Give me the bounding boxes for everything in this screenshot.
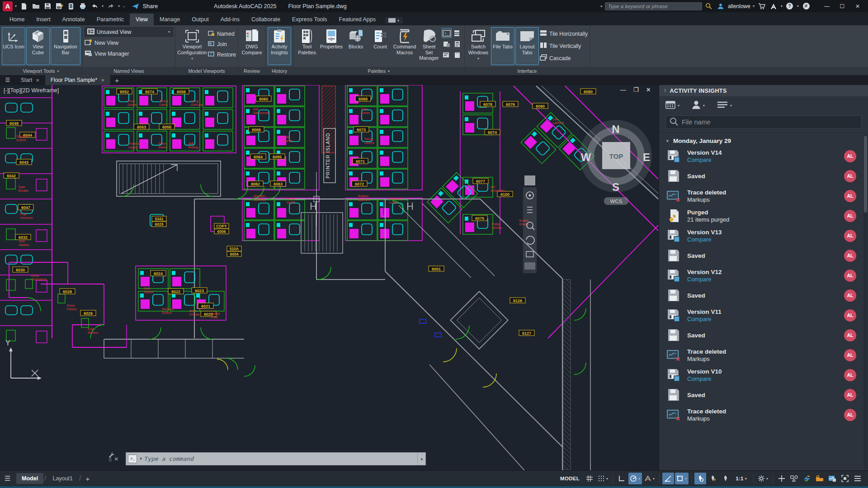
activity-item[interactable]: Trace deleted Markups AL	[659, 186, 868, 206]
minimize-button[interactable]: —	[819, 1, 835, 12]
undo-icon[interactable]	[90, 2, 99, 11]
help-icon[interactable]: ?	[785, 2, 795, 11]
assistant-icon[interactable]	[801, 2, 811, 11]
file-name-search-input[interactable]	[682, 118, 858, 126]
tab-annotate[interactable]: Annotate	[57, 14, 91, 25]
activity-item[interactable]: Version V13 Compare AL	[659, 226, 868, 246]
save-icon[interactable]	[42, 2, 52, 11]
tab-addins[interactable]: Add-ins	[215, 14, 245, 25]
activity-item[interactable]: Saved AL	[659, 385, 868, 405]
avatar[interactable]: AL	[844, 389, 856, 401]
group-label-viewport-tools[interactable]: Viewport Tools▾	[0, 67, 82, 75]
open-mobile-icon[interactable]	[66, 2, 76, 11]
redo-icon[interactable]	[106, 2, 116, 11]
avatar[interactable]: AL	[844, 369, 856, 381]
tab-view[interactable]: View	[130, 14, 154, 25]
dwg-compare-button[interactable]: DWG Compare	[240, 27, 264, 65]
layout-menu-icon[interactable]: ☰	[5, 474, 16, 483]
isodraft-icon[interactable]: ▾	[643, 473, 656, 484]
tile-vertically-button[interactable]: Tile Vertically	[540, 41, 588, 51]
undo-dropdown-icon[interactable]: ▾	[102, 4, 104, 8]
compare-link[interactable]: Compare	[687, 375, 722, 382]
command-dropdown-icon[interactable]: ▼	[139, 457, 142, 461]
file-tabs-button[interactable]: File Tabs	[491, 27, 514, 65]
view-cube-button[interactable]: View Cube	[26, 27, 50, 65]
annotation-single-icon[interactable]	[720, 473, 731, 484]
count-button[interactable]: Count	[368, 27, 392, 65]
drawing-close-icon[interactable]: ✕	[646, 86, 651, 93]
activity-item[interactable]: Version V14 Compare AL	[659, 146, 868, 166]
cascade-button[interactable]: Cascade	[540, 53, 588, 63]
panel-scrollbar-thumb[interactable]	[864, 136, 867, 213]
search-history-icon[interactable]: ▸	[601, 4, 603, 8]
isolate-objects-icon[interactable]	[788, 473, 800, 484]
qat-customize-icon[interactable]: ⌄	[123, 4, 126, 8]
otrack-icon[interactable]	[662, 473, 674, 484]
drawing-minimize-icon[interactable]: —	[620, 86, 626, 93]
tab-manage[interactable]: Manage	[154, 14, 186, 25]
new-file-icon[interactable]	[19, 2, 29, 11]
compare-link[interactable]: Compare	[687, 276, 722, 283]
file-tab-floor-plan[interactable]: Floor Plan Sample*✕	[45, 75, 110, 85]
file-tab-start[interactable]: Start✕	[15, 75, 45, 85]
avatar[interactable]: AL	[844, 150, 856, 162]
tab-parametric[interactable]: Parametric	[91, 14, 130, 25]
tool-palettes-button[interactable]: Tool Palettes	[295, 27, 319, 65]
group-label-palettes[interactable]: Palettes▾	[293, 67, 464, 75]
avatar[interactable]: AL	[844, 309, 856, 322]
viewport-configuration-button[interactable]: Viewport Configuration ▾	[177, 27, 207, 65]
model-tab[interactable]: Model	[16, 473, 43, 484]
compare-link[interactable]: Compare	[687, 156, 722, 163]
command-history-up-icon[interactable]: ▲	[418, 452, 426, 465]
model-space-button[interactable]: MODEL	[557, 473, 583, 484]
annotation-autoscale-icon[interactable]	[707, 473, 719, 484]
tab-featured-apps[interactable]: Featured Apps	[333, 14, 382, 25]
osnap-icon[interactable]: ▾	[675, 473, 689, 484]
maximize-button[interactable]: ☐	[835, 1, 850, 12]
tab-collaborate[interactable]: Collaborate	[245, 14, 286, 25]
avatar[interactable]: AL	[844, 190, 856, 202]
activity-item[interactable]: Saved AL	[659, 166, 868, 186]
clipboard-palette-icon[interactable]	[453, 50, 462, 60]
annotation-visibility-icon[interactable]	[694, 473, 706, 484]
ortho-icon[interactable]	[616, 473, 627, 484]
activity-item[interactable]: Saved AL	[659, 285, 868, 305]
grid-icon[interactable]	[584, 473, 595, 484]
tab-insert[interactable]: Insert	[30, 14, 56, 25]
named-viewports-button[interactable]: Named	[208, 29, 236, 38]
date-range-filter-button[interactable]: ▾	[665, 101, 680, 111]
close-tab-icon[interactable]: ✕	[101, 78, 104, 83]
customize-plus-icon[interactable]	[776, 473, 788, 484]
avatar[interactable]: AL	[844, 250, 856, 262]
calculator-palette-icon[interactable]	[453, 39, 462, 49]
sheet-set-manager-button[interactable]: Sheet Set Manager	[417, 27, 441, 65]
close-button[interactable]: ✕	[850, 1, 865, 12]
activity-item[interactable]: Trace deleted Markups AL	[659, 345, 868, 365]
reference-palette-icon[interactable]	[442, 39, 452, 49]
avatar[interactable]: AL	[844, 409, 856, 421]
open-folder-icon[interactable]	[31, 2, 41, 11]
user-dropdown-icon[interactable]: ▾	[753, 4, 755, 8]
clean-screen-icon[interactable]	[839, 473, 851, 484]
new-drawing-tab-button[interactable]: +	[110, 75, 124, 85]
activity-insights-button[interactable]: Activity Insights	[268, 27, 291, 65]
avatar[interactable]: AL	[844, 230, 856, 242]
viewport-controls-label[interactable]: [-][Top][2D Wireframe]	[4, 87, 59, 94]
date-group-header[interactable]: ▼ Monday, January 29	[659, 133, 868, 146]
navigation-bar-button[interactable]: Navigation Bar	[51, 27, 80, 65]
insights-icon[interactable]	[826, 473, 838, 484]
avatar[interactable]: AL	[844, 170, 856, 182]
tab-home[interactable]: Home	[4, 14, 30, 25]
new-view-button[interactable]: New View	[85, 38, 173, 47]
restore-viewports-button[interactable]: Restore	[208, 50, 236, 59]
user-filter-button[interactable]: ▾	[692, 100, 705, 111]
trace-icon[interactable]	[814, 473, 826, 484]
print-icon[interactable]	[78, 2, 88, 11]
snap-icon[interactable]: ▾	[596, 473, 610, 484]
command-prompt-icon[interactable]: >_	[128, 455, 137, 463]
help-search-input[interactable]	[605, 2, 702, 10]
layout-tabs-button[interactable]: Layout Tabs	[515, 27, 539, 65]
activity-item[interactable]: Saved AL	[659, 325, 868, 345]
event-type-filter-button[interactable]: ▾	[717, 101, 732, 110]
compare-link[interactable]: Compare	[687, 236, 722, 243]
